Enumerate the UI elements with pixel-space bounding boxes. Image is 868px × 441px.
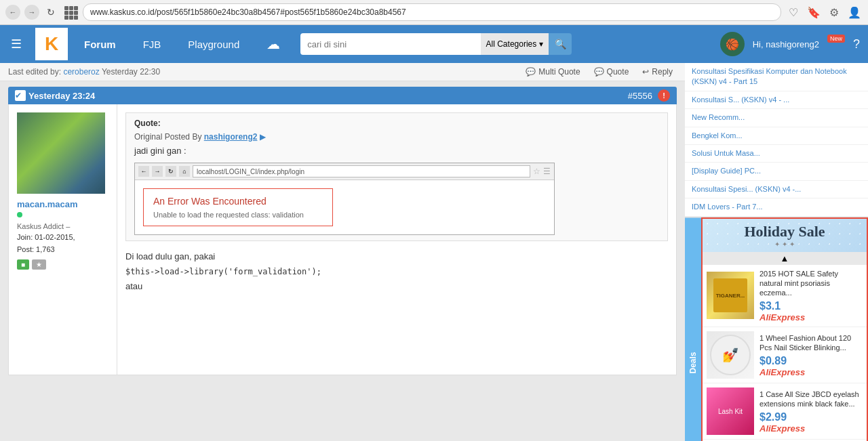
browser-chrome: ← → ↻ www.kaskus.co.id/post/565f1b5860e2… <box>0 0 868 25</box>
extensions-button[interactable]: 🔖 <box>806 4 822 20</box>
post-action-bar: Last edited by: ceroberoz Yesterday 22:3… <box>0 63 685 81</box>
badge-star: ★ <box>32 259 46 270</box>
mini-address-bar[interactable]: localhost/LOGIN_CI/index.php/login <box>193 165 530 177</box>
nav-fjb-button[interactable]: FJB <box>130 25 175 63</box>
deal-name-2: 1 Wheel Fashion About 120 Pcs Nail Stick… <box>760 333 863 353</box>
deal-thumb-3: Lash Kit <box>707 387 754 435</box>
error-message: Unable to load the requested class: vali… <box>153 211 323 219</box>
hamburger-button[interactable]: ☰ <box>0 25 33 63</box>
post-flag[interactable]: ! <box>658 89 670 102</box>
deals-content: Holiday Sale ✦ ✦ ✦ ▲ TIGANER... 2015 HOT… <box>701 217 868 441</box>
deal-info-1: 2015 HOT SALE Safety natural mint psoria… <box>760 269 863 323</box>
main-nav: ☰ K Forum FJB Playground ☁ All Categorie… <box>0 25 868 63</box>
post-timestamp: Yesterday 23:24 <box>28 91 95 101</box>
reply-button[interactable]: ↩ Reply <box>638 66 677 78</box>
logo-k-text: K <box>45 33 58 55</box>
address-bar[interactable]: www.kaskus.co.id/post/565f1b5860e24bc30a… <box>83 3 781 21</box>
nav-playground-button[interactable]: Playground <box>174 25 253 63</box>
deal-price-3: $2.99 <box>760 411 863 423</box>
refresh-button[interactable]: ↻ <box>43 5 58 20</box>
user-avatar <box>17 112 105 194</box>
mini-forward-btn[interactable]: → <box>152 166 163 177</box>
mini-browser-toolbar: ← → ↻ ⌂ localhost/LOGIN_CI/index.php/log… <box>135 163 554 180</box>
multi-quote-button[interactable]: 💬 Multi Quote <box>521 66 584 78</box>
list-item: Konsultasi Spesi... (KSKN) v4 -... <box>685 181 868 198</box>
help-button[interactable]: ? <box>853 37 860 51</box>
list-item: [Display Guide] PC... <box>685 163 868 180</box>
thread-link[interactable]: Konsultasi S... (KSKN) v4 - ... <box>692 96 789 104</box>
main-content: Last edited by: ceroberoz Yesterday 22:3… <box>0 63 685 441</box>
embedded-browser: ← → ↻ ⌂ localhost/LOGIN_CI/index.php/log… <box>134 163 555 235</box>
nav-right: 🏀 Hi, nashigoreng2 New ? <box>720 25 868 63</box>
quote-container: Quote: Original Posted By nashigoreng2 ▶… <box>125 112 668 241</box>
deal-store-2: AliExpress <box>760 367 863 377</box>
quote-attribution: Original Posted By nashigoreng2 ▶ <box>134 132 659 142</box>
thread-container: ✔ Yesterday 23:24 #5556 ! macan.macam <box>0 81 685 381</box>
search-category-dropdown[interactable]: All Categories ▾ <box>481 33 549 55</box>
list-item: New Recomm... <box>685 109 868 127</box>
quote-body-text: jadi gini gan : <box>134 146 659 156</box>
username: macan.macam <box>17 199 108 209</box>
quote-user-link[interactable]: nashigoreng2 <box>204 132 258 142</box>
deal-info-2: 1 Wheel Fashion About 120 Pcs Nail Stick… <box>760 333 863 378</box>
error-title: An Error Was Encountered <box>153 196 323 207</box>
user-meta: Join: 01-02-2015, Post: 1,763 <box>17 232 108 255</box>
search-input[interactable] <box>300 33 480 55</box>
mini-bookmark-icon[interactable]: ☆ <box>533 167 540 176</box>
mini-home-btn[interactable]: ⌂ <box>179 166 190 177</box>
browser-menu-button[interactable]: ⚙ <box>826 4 842 20</box>
thread-link[interactable]: Solusi Untuk Masa... <box>692 149 760 157</box>
quote-label: Quote: <box>134 119 659 128</box>
post-content: Quote: Original Posted By nashigoreng2 ▶… <box>117 104 676 375</box>
forward-button[interactable]: → <box>24 5 39 20</box>
user-greeting: Hi, nashigoreng2 <box>753 39 819 49</box>
post-header: ✔ Yesterday 23:24 #5556 ! <box>8 87 677 104</box>
deal-info-3: 1 Case All Size JBCD eyelash extensions … <box>760 390 863 434</box>
error-box-outer: An Error Was Encountered Unable to load … <box>135 180 554 234</box>
back-button[interactable]: ← <box>5 5 20 20</box>
post-text-below: Di load dulu gan, pakai $this->load->lib… <box>125 249 668 294</box>
apps-button[interactable] <box>62 4 79 20</box>
deal-thumb-2: 💅 <box>707 331 754 379</box>
list-item: Konsultasi Spesifikasi Komputer dan Note… <box>685 63 868 91</box>
thread-link[interactable]: [Display Guide] PC... <box>692 167 761 175</box>
deals-tab[interactable]: Deals <box>685 217 701 441</box>
deals-header: Holiday Sale ✦ ✦ ✦ <box>703 219 867 252</box>
nav-cloud-button[interactable]: ☁ <box>253 25 294 63</box>
url-text: www.kaskus.co.id/post/565f1b5860e24bc30a… <box>90 7 406 17</box>
new-badge: New <box>827 35 845 43</box>
thread-link[interactable]: New Recomm... <box>692 113 745 121</box>
list-item: Solusi Untuk Masa... <box>685 145 868 163</box>
person-button[interactable]: 👤 <box>846 4 863 20</box>
verified-icon: ✔ <box>15 90 26 101</box>
kaskus-logo: K <box>35 28 68 60</box>
thread-link[interactable]: Konsultasi Spesi... (KSKN) v4 -... <box>692 185 801 193</box>
deal-price-1: $3.1 <box>760 300 863 312</box>
edited-by: Last edited by: ceroberoz Yesterday 22:3… <box>8 67 160 77</box>
thread-link[interactable]: IDM Lovers - Part 7... <box>692 203 763 211</box>
editor-link[interactable]: ceroberoz <box>63 67 99 77</box>
deal-store-3: AliExpress <box>760 423 863 434</box>
thread-link[interactable]: Konsultasi Spesifikasi Komputer dan Note… <box>692 67 847 85</box>
deals-subtitle: ✦ ✦ ✦ <box>707 240 863 248</box>
thread-link[interactable]: Bengkel Kom... <box>692 131 743 140</box>
deals-collapse-btn[interactable]: ▲ <box>703 252 867 265</box>
bookmark-button[interactable]: ♡ <box>785 4 802 20</box>
nav-forum-button[interactable]: Forum <box>71 25 130 63</box>
online-dot <box>17 212 22 217</box>
content-wrapper: Last edited by: ceroberoz Yesterday 22:3… <box>0 63 868 441</box>
search-bar: All Categories ▾ 🔍 <box>300 25 572 63</box>
user-panel: macan.macam Kaskus Addict – Join: 01-02-… <box>9 104 117 375</box>
user-badges: ■ ★ <box>17 259 108 270</box>
quote-button[interactable]: 💬 Quote <box>590 66 633 78</box>
code-snippet: $this->load->library('form_validation'); <box>125 267 321 276</box>
post-number: #5556 ! <box>628 89 670 102</box>
mini-refresh-btn[interactable]: ↻ <box>165 166 176 177</box>
search-submit-button[interactable]: 🔍 <box>549 33 572 55</box>
deal-thumb-1: TIGANER... <box>707 272 754 319</box>
quote-arrow[interactable]: ▶ <box>260 132 266 142</box>
user-avatar-image <box>17 112 105 194</box>
mini-back-btn[interactable]: ← <box>138 166 149 177</box>
mini-menu-icon[interactable]: ☰ <box>543 167 551 176</box>
deal-item: 💅 1 Wheel Fashion About 120 Pcs Nail Sti… <box>703 327 867 383</box>
